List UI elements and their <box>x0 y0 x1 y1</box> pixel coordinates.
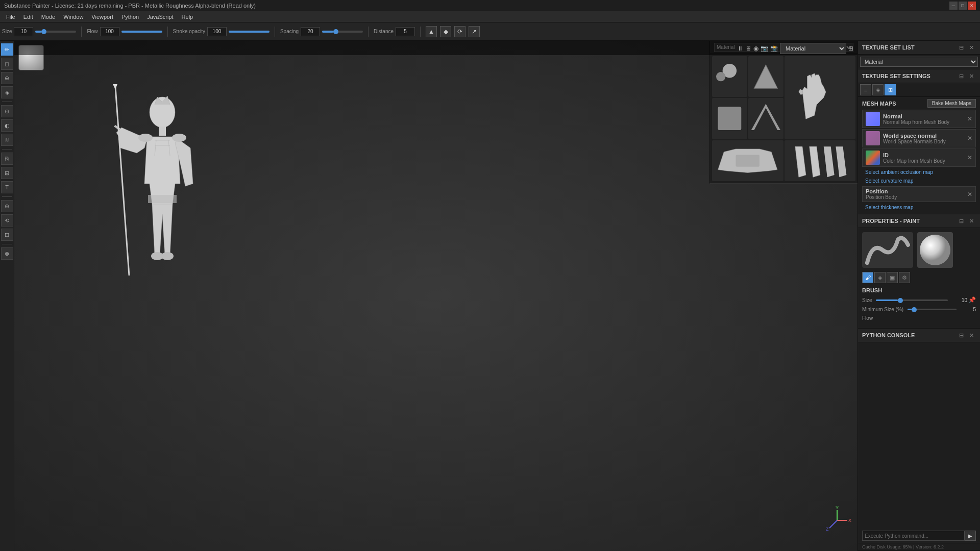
eraser-tool[interactable]: ◻ <box>1 58 13 70</box>
position-close-btn[interactable]: ✕ <box>967 191 972 198</box>
viewport-controls: ⏸ 🖥 ◉ 📷 📸 Material ⊞ <box>737 43 853 54</box>
menu-edit[interactable]: Edit <box>19 13 37 21</box>
menu-viewport[interactable]: Viewport <box>87 13 117 21</box>
projection-tool[interactable]: ⊕ <box>1 72 13 84</box>
position-item: Position Position Body ✕ <box>862 186 976 202</box>
python-input[interactable] <box>862 531 965 541</box>
flow-slider[interactable] <box>121 31 162 33</box>
mesh-preview-grid <box>710 54 857 183</box>
texture-set-list-title: TEXTURE SET LIST <box>862 44 915 51</box>
flatten-icon-btn[interactable]: ◆ <box>440 26 451 37</box>
normal-map-thumb <box>866 112 880 126</box>
size-input[interactable] <box>14 27 33 36</box>
brush-tab-material[interactable]: ◈ <box>874 272 886 283</box>
pinch-icon-btn[interactable]: ⟳ <box>454 26 465 37</box>
python-close-btn[interactable]: ✕ <box>967 331 976 340</box>
color-picker-tool[interactable]: ◐ <box>1 119 13 132</box>
settings-tab-maps[interactable]: ⊞ <box>885 84 896 95</box>
settings-close-btn[interactable]: ✕ <box>967 71 976 81</box>
title-bar: Substance Painter - License: 21 days rem… <box>0 0 980 11</box>
geometric-fill-tool[interactable]: ◈ <box>1 86 13 98</box>
python-detach-btn[interactable]: ⊟ <box>957 331 966 340</box>
camera-btn[interactable]: 📷 <box>761 45 768 52</box>
props-close-btn[interactable]: ✕ <box>967 216 976 226</box>
size-slider[interactable] <box>35 31 76 33</box>
svg-rect-15 <box>718 107 741 131</box>
svg-point-17 <box>920 235 950 265</box>
normal-map-item: Normal Normal Map from Mesh Body ✕ <box>862 110 976 128</box>
toolbar-sep-2 <box>167 27 168 37</box>
preview-cell <box>748 56 783 97</box>
solo-btn[interactable]: ◉ <box>753 45 758 52</box>
settings-tab-channels[interactable]: ◈ <box>872 84 884 95</box>
maximize-button[interactable]: □ <box>959 2 967 10</box>
tex-list-close-btn[interactable]: ✕ <box>967 43 976 52</box>
menu-help[interactable]: Help <box>178 13 198 21</box>
left-tools: ✏ ◻ ⊕ ◈ ⊙ ◐ ≋ ⎘ ⊞ T ⊛ ⟲ ⊡ ⊗ <box>0 41 14 551</box>
bake-mesh-maps-btn[interactable]: Bake Mesh Maps <box>927 99 976 108</box>
menu-file[interactable]: File <box>2 13 19 21</box>
svg-point-14 <box>716 72 725 81</box>
ao-select-link[interactable]: Select ambient occlusion map <box>865 169 973 176</box>
clone-tool[interactable]: ⎘ <box>1 153 13 165</box>
brush-tab-settings[interactable]: ⚙ <box>899 272 910 283</box>
material-select[interactable]: Material <box>780 43 846 54</box>
viewport-area[interactable]: ⏸ 🖥 ◉ 📷 📸 Material ⊞ <box>14 41 857 551</box>
flow-input[interactable] <box>100 27 119 36</box>
pause-btn[interactable]: ⏸ <box>737 45 743 52</box>
screenshot-btn[interactable]: 📸 <box>770 45 778 52</box>
distance-input[interactable] <box>396 27 415 36</box>
thickness-select-link[interactable]: Select thickness map <box>865 204 973 211</box>
menu-mode[interactable]: Mode <box>37 13 60 21</box>
position-title: Position <box>866 188 964 194</box>
stroke-opacity-input[interactable] <box>207 27 227 36</box>
normal-map-close-btn[interactable]: ✕ <box>967 115 972 122</box>
viewport-expand-btn[interactable]: ⊞ <box>848 45 853 52</box>
props-detach-btn[interactable]: ⊟ <box>957 216 966 226</box>
brush-tab-rect[interactable]: ▣ <box>887 272 898 283</box>
spacing-input[interactable] <box>301 27 320 36</box>
brush-tab-paint[interactable]: 🖌 <box>862 272 873 283</box>
anchor-tool[interactable]: ⊛ <box>1 200 13 212</box>
window-title: Substance Painter - License: 21 days rem… <box>4 3 949 9</box>
grab-icon-btn[interactable]: ↗ <box>469 26 480 37</box>
transform-tool[interactable]: ⟲ <box>1 214 13 227</box>
texture-set-dropdown[interactable]: Material <box>860 57 978 67</box>
menu-python[interactable]: Python <box>117 13 143 21</box>
size-slider-track[interactable] <box>876 299 948 301</box>
size-pin-icon[interactable]: 📌 <box>968 296 976 304</box>
smooth-icon-btn[interactable]: ▲ <box>426 26 437 37</box>
smudge-tool[interactable]: ≋ <box>1 134 13 146</box>
python-run-btn[interactable]: ▶ <box>965 531 976 541</box>
brush-flow-label: Flow <box>862 315 873 321</box>
svg-text:Z: Z <box>826 527 829 532</box>
settings-tab-layers[interactable]: ≡ <box>860 84 871 95</box>
mesh-preview-panel: Material <box>709 41 857 184</box>
stroke-opacity-slider[interactable] <box>229 31 270 33</box>
curv-select-link[interactable]: Select curvature map <box>865 178 973 184</box>
minimize-button[interactable]: ─ <box>949 2 958 10</box>
bake-tool[interactable]: ⊞ <box>1 167 13 179</box>
node-tool[interactable]: ⊗ <box>1 247 13 260</box>
text-tool[interactable]: T <box>1 181 13 193</box>
python-console-header: PYTHON CONSOLE ⊟ ✕ <box>858 329 980 342</box>
brush-size-value: 10 <box>952 297 967 303</box>
close-button[interactable]: ✕ <box>968 2 976 10</box>
python-input-area: ▶ <box>858 529 980 543</box>
brush-size-slider-container <box>876 299 948 301</box>
settings-header-btns: ⊟ ✕ <box>957 71 976 81</box>
menu-javascript[interactable]: JavaScript <box>143 13 177 21</box>
render-mode-btn[interactable]: 🖥 <box>745 45 751 52</box>
spacing-slider[interactable] <box>322 31 363 33</box>
tex-list-detach-btn[interactable]: ⊟ <box>957 43 966 52</box>
selection-tool[interactable]: ⊡ <box>1 229 13 241</box>
paint-tool[interactable]: ✏ <box>1 43 13 56</box>
id-map-close-btn[interactable]: ✕ <box>967 154 972 161</box>
world-normal-map-close-btn[interactable]: ✕ <box>967 135 972 142</box>
settings-detach-btn[interactable]: ⊟ <box>957 71 966 81</box>
spacing-label: Spacing <box>280 29 299 34</box>
material-picker-tool[interactable]: ⊙ <box>1 105 13 117</box>
min-size-slider-track[interactable] <box>908 309 957 310</box>
menu-window[interactable]: Window <box>59 13 87 21</box>
brush-preview-area <box>862 232 976 268</box>
